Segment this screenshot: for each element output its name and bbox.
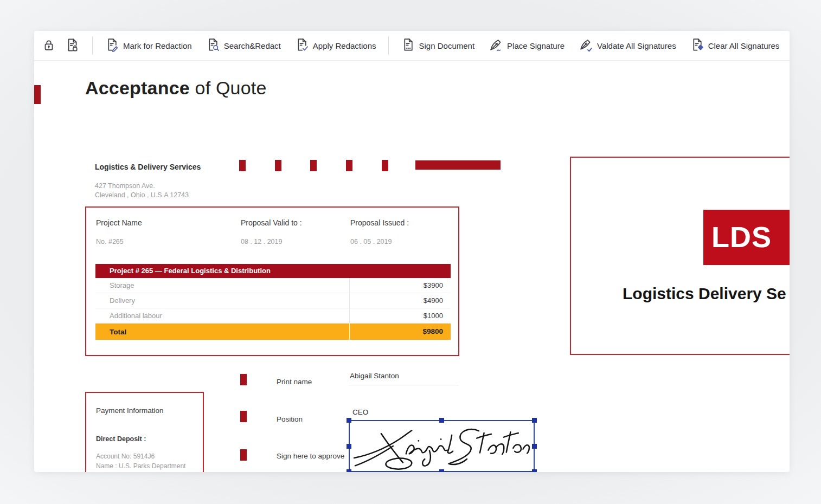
item-name: Additional labour	[95, 312, 349, 320]
item-name: Storage	[95, 281, 349, 289]
payment-account-name: Name : U.S. Parks Department	[96, 462, 185, 470]
signature-selection-box[interactable]	[349, 420, 535, 472]
sign-document-label: Sign Document	[419, 41, 475, 50]
item-amount: $1000	[349, 308, 451, 323]
position-label: Position	[277, 415, 303, 423]
redaction-mark	[240, 374, 247, 385]
field-label-project-name: Project Name	[96, 218, 142, 227]
items-table: Project # 265 — Federal Logistics & Dist…	[95, 264, 451, 340]
sign-document-button[interactable]: Sign Document	[401, 37, 475, 54]
document-lock-icon	[65, 37, 80, 54]
redaction-bar	[415, 160, 501, 170]
field-value-project-name: No. #265	[96, 238, 124, 245]
search-redact-label: Search&Redact	[224, 41, 281, 50]
redaction-mark	[239, 160, 246, 171]
total-row: Total $9800	[95, 324, 451, 340]
brand-logo: LDS	[703, 210, 790, 265]
apply-redactions-label: Apply Redactions	[313, 41, 376, 50]
brand-name: Logistics Delivery Se	[623, 285, 786, 303]
validate-all-signatures-button[interactable]: Valdate All Signatures	[578, 37, 676, 54]
redaction-mark	[240, 411, 247, 422]
title-accent-mark	[34, 85, 41, 104]
print-name-label: Print name	[277, 378, 312, 386]
document-pencil-icon	[105, 37, 119, 54]
resize-handle-se[interactable]	[532, 469, 537, 472]
company-name: Logistics & Delivery Services	[95, 163, 201, 171]
toolbar: Mark for Redaction Search&Redact	[34, 31, 790, 61]
item-amount: $3900	[349, 278, 451, 293]
redaction-mark	[275, 160, 281, 171]
field-value-proposal-valid: 08 . 12 . 2019	[241, 238, 282, 245]
item-amount: $4900	[349, 293, 451, 308]
resize-handle-ne[interactable]	[532, 418, 537, 423]
pen-nib-icon	[488, 37, 503, 54]
redaction-mark	[240, 449, 247, 461]
sign-here-label: Sign here to approve	[277, 452, 344, 460]
document-lock-button[interactable]	[64, 36, 80, 55]
search-redact-button[interactable]: Search&Redact	[206, 37, 281, 54]
print-name-value: Abigail Stanton	[350, 372, 399, 380]
redaction-mark	[346, 160, 352, 171]
document-sign-icon	[401, 37, 415, 54]
mark-for-redaction-label: Mark for Redaction	[123, 41, 192, 50]
resize-handle-n[interactable]	[439, 418, 444, 423]
resize-handle-nw[interactable]	[347, 418, 351, 423]
company-address-line2: Cleveland , Ohio , U.S.A 12743	[95, 191, 189, 199]
toolbar-separator	[388, 36, 389, 55]
items-table-header: Project # 265 — Federal Logistics & Dist…	[95, 264, 451, 278]
company-address-line1: 427 Thompson Ave.	[95, 182, 155, 190]
resize-handle-sw[interactable]	[347, 469, 351, 472]
resize-handle-s[interactable]	[439, 469, 444, 472]
payment-account: Account No: 5914J6	[96, 453, 155, 460]
redaction-mark	[382, 160, 388, 171]
payment-method-label: Direct Deposit :	[96, 435, 146, 443]
table-row: Additional labour $1000	[95, 308, 451, 324]
field-label-proposal-issued: Proposal Issued :	[350, 218, 409, 227]
page-title: Acceptance of Quote	[85, 77, 267, 99]
total-label: Total	[95, 328, 349, 336]
field-value-proposal-issued: 06 . 05 . 2019	[350, 238, 392, 245]
total-amount: $9800	[349, 324, 451, 340]
table-row: Storage $3900	[95, 278, 451, 293]
document-eraser-icon	[690, 37, 704, 54]
pen-check-icon	[578, 37, 593, 54]
mark-for-redaction-button[interactable]: Mark for Redaction	[105, 37, 192, 54]
resize-handle-e[interactable]	[532, 444, 537, 449]
payment-info-title: Payment Information	[96, 406, 164, 415]
page-title-rest: of Quote	[190, 77, 267, 98]
validate-all-signatures-label: Valdate All Signatures	[597, 41, 676, 50]
redaction-mark	[310, 160, 317, 171]
apply-redactions-button[interactable]: Apply Redactions	[294, 37, 376, 54]
lock-button[interactable]	[41, 36, 57, 55]
page-title-bold: Acceptance	[85, 77, 190, 98]
toolbar-separator	[92, 36, 93, 55]
item-name: Delivery	[95, 296, 349, 305]
print-name-underline	[349, 385, 459, 385]
clear-all-signatures-label: Clear All Signatures	[708, 41, 780, 50]
position-value: CEO	[352, 408, 368, 416]
place-signature-button[interactable]: Place Signature	[488, 37, 565, 54]
place-signature-label: Place Signature	[507, 41, 565, 50]
app-window: Mark for Redaction Search&Redact	[34, 31, 790, 472]
field-label-proposal-valid: Proposal Valid to :	[241, 218, 302, 227]
lock-icon	[42, 38, 56, 54]
clear-all-signatures-button[interactable]: Clear All Signatures	[690, 37, 780, 54]
payment-info-box: Payment Information Direct Deposit : Acc…	[85, 392, 204, 472]
quote-box: Project Name No. #265 Proposal Valid to …	[85, 206, 459, 356]
document-check-icon	[294, 37, 309, 54]
document-search-icon	[206, 37, 220, 54]
table-row: Delivery $4900	[95, 293, 451, 308]
resize-handle-w[interactable]	[347, 444, 351, 449]
handwritten-signature	[350, 421, 534, 471]
